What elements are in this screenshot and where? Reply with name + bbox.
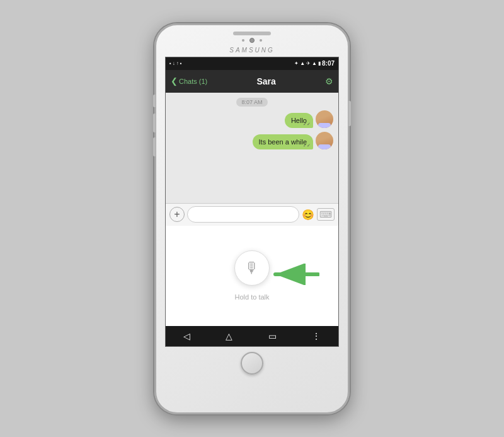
voice-area: 🎙 Hold to talk bbox=[166, 226, 338, 326]
battery-icon: ▮ bbox=[318, 61, 321, 66]
bluetooth-icon: ✦ bbox=[294, 61, 299, 66]
message-bubble-while: Its been a while bbox=[253, 134, 313, 149]
airplane-icon: ✈ bbox=[306, 61, 311, 66]
emoji-button[interactable]: 😊 bbox=[302, 209, 314, 221]
avatar-body bbox=[318, 123, 331, 128]
speaker-grille bbox=[233, 32, 271, 35]
message-row-2: Its been a while bbox=[171, 132, 333, 149]
wifi-icon: ▪ bbox=[169, 61, 171, 66]
keyboard-button[interactable]: ⌨ bbox=[317, 208, 335, 221]
bottom-nav: ◁ △ ▭ ⋮ bbox=[166, 326, 338, 346]
message-row: Hello bbox=[171, 110, 333, 128]
plus-icon: + bbox=[174, 209, 180, 220]
phone-screen: ▪ ↓ ↑ ▪ ✦ ▲ ✈ ▲ ▮ 8:07 ❮ Chats (1) Sara … bbox=[165, 57, 339, 347]
message-text-2: Its been a while bbox=[259, 138, 307, 146]
status-icons-left: ▪ ↓ ↑ ▪ bbox=[169, 61, 182, 66]
nav-more-button[interactable]: ⋮ bbox=[307, 329, 326, 344]
chat-title: Sara bbox=[256, 76, 275, 86]
volume-up-button[interactable] bbox=[153, 95, 156, 107]
chat-header: ❮ Chats (1) Sara ⚙ bbox=[166, 70, 338, 93]
camera-row bbox=[242, 38, 262, 43]
upload-icon: ↑ bbox=[176, 61, 179, 66]
nav-recents-button[interactable]: ▭ bbox=[263, 329, 282, 344]
message-timestamp: 8:07 AM bbox=[236, 98, 267, 107]
settings-icon[interactable]: ⚙ bbox=[325, 76, 333, 86]
message-input[interactable] bbox=[187, 206, 299, 223]
status-bar: ▪ ↓ ↑ ▪ ✦ ▲ ✈ ▲ ▮ 8:07 bbox=[166, 57, 338, 70]
messages-area: 8:07 AM Hello Its been a while bbox=[166, 93, 338, 203]
arrow-indicator bbox=[269, 264, 319, 288]
avatar-face-2 bbox=[316, 132, 333, 149]
avatar-face bbox=[316, 110, 333, 128]
camera-button[interactable] bbox=[153, 137, 156, 156]
hold-to-talk-label: Hold to talk bbox=[234, 293, 269, 301]
wifi-signal-icon: ▲ bbox=[312, 61, 317, 66]
green-arrow-svg bbox=[269, 264, 319, 285]
avatar-body-2 bbox=[318, 144, 331, 149]
avatar-2 bbox=[316, 132, 333, 149]
mic-button[interactable]: 🎙 bbox=[234, 250, 270, 286]
phone-bottom bbox=[241, 347, 263, 381]
nav-back-button[interactable]: ◁ bbox=[178, 329, 195, 344]
volume-down-button[interactable] bbox=[153, 114, 156, 132]
add-button[interactable]: + bbox=[169, 207, 185, 222]
chevron-left-icon: ❮ bbox=[171, 76, 178, 86]
avatar bbox=[316, 110, 333, 128]
back-label: Chats (1) bbox=[179, 78, 207, 85]
download-icon: ↓ bbox=[173, 61, 175, 66]
message-text: Hello bbox=[291, 117, 307, 124]
sensor bbox=[242, 39, 244, 42]
front-camera bbox=[249, 38, 255, 43]
back-button[interactable]: ❮ Chats (1) bbox=[171, 76, 207, 86]
status-icons-right: ✦ ▲ ✈ ▲ ▮ 8:07 bbox=[294, 60, 335, 67]
status-time: 8:07 bbox=[322, 60, 335, 67]
home-button[interactable] bbox=[241, 352, 263, 375]
phone-device: SAMSUNG ▪ ↓ ↑ ▪ ✦ ▲ ✈ ▲ ▮ 8:07 ❮ Cha bbox=[154, 23, 350, 414]
clipboard-icon: ▪ bbox=[180, 61, 182, 66]
nav-home-button[interactable]: △ bbox=[220, 329, 238, 344]
input-bar: + 😊 ⌨ bbox=[166, 203, 338, 226]
brand-label: SAMSUNG bbox=[229, 47, 275, 54]
message-bubble-hello: Hello bbox=[285, 113, 313, 128]
power-button[interactable] bbox=[348, 101, 351, 126]
signal-icon: ▲ bbox=[300, 61, 305, 66]
sensor-2 bbox=[260, 39, 262, 42]
mic-icon: 🎙 bbox=[244, 259, 260, 277]
